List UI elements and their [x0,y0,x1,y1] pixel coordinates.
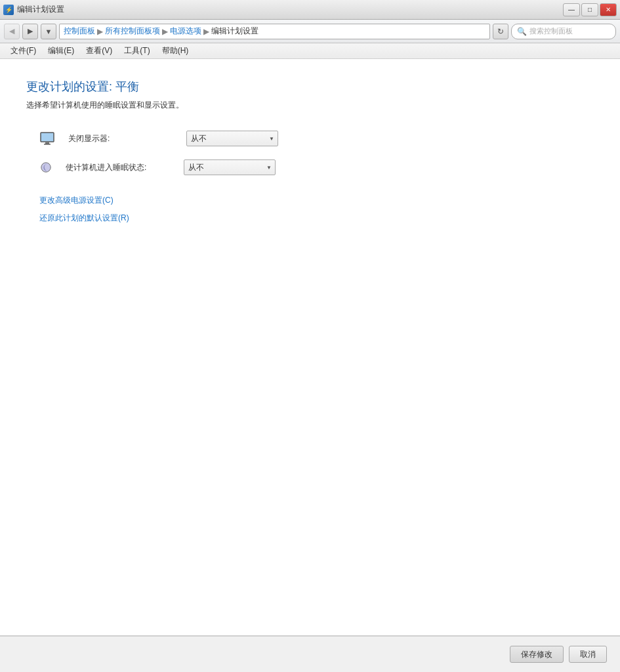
dropdown-button[interactable]: ▼ [41,24,56,39]
content-area: 更改计划的设置: 平衡 选择希望计算机使用的睡眠设置和显示设置。 关闭显示器: … [0,59,620,635]
search-icon: 🔍 [517,27,527,36]
page-subtitle: 选择希望计算机使用的睡眠设置和显示设置。 [26,100,594,111]
close-button[interactable]: ✕ [600,3,617,16]
minimize-button[interactable]: — [563,3,580,16]
page-title: 更改计划的设置: 平衡 [26,79,594,94]
breadcrumb-bar: 控制面板 ▶ 所有控制面板项 ▶ 电源选项 ▶ 编辑计划设置 [59,24,490,39]
breadcrumb-all-items[interactable]: 所有控制面板项 [105,26,160,37]
breadcrumb-home[interactable]: 控制面板 [64,26,95,37]
breadcrumb-sep-1: ▶ [97,27,103,36]
app-icon: ⚡ [3,5,14,15]
cancel-button[interactable]: 取消 [569,646,607,663]
svg-rect-2 [44,144,51,145]
display-off-row: 关闭显示器: 1 分钟 2 分钟 5 分钟 10 分钟 15 分钟 20 分钟 … [39,131,594,146]
bottom-bar: 保存修改 取消 [0,636,620,672]
sleep-row: 使计算机进入睡眠状态: 1 分钟 2 分钟 5 分钟 10 分钟 15 分钟 2… [39,159,594,175]
display-off-select-wrapper: 1 分钟 2 分钟 5 分钟 10 分钟 15 分钟 20 分钟 25 分钟 3… [186,131,278,146]
links-area: 更改高级电源设置(C) 还原此计划的默认设置(R) [39,195,594,224]
display-off-select[interactable]: 1 分钟 2 分钟 5 分钟 10 分钟 15 分钟 20 分钟 25 分钟 3… [186,131,278,146]
title-bar-controls: — □ ✕ [563,3,617,16]
address-bar: ◀ ▶ ▼ 控制面板 ▶ 所有控制面板项 ▶ 电源选项 ▶ 编辑计划设置 ↻ 🔍… [0,20,620,43]
save-button[interactable]: 保存修改 [510,646,564,663]
menu-help[interactable]: 帮助(H) [157,44,194,58]
menu-bar: 文件(F) 编辑(E) 查看(V) 工具(T) 帮助(H) [0,43,620,59]
title-text: 编辑计划设置 [17,4,64,15]
title-bar-left: ⚡ 编辑计划设置 [3,4,64,15]
sleep-select[interactable]: 1 分钟 2 分钟 5 分钟 10 分钟 15 分钟 20 分钟 25 分钟 3… [184,159,276,175]
search-bar[interactable]: 🔍 搜索控制面板 [511,24,616,39]
title-bar: ⚡ 编辑计划设置 — □ ✕ [0,0,620,20]
breadcrumb-sep-3: ▶ [203,27,209,36]
breadcrumb-sep-2: ▶ [162,27,168,36]
menu-edit[interactable]: 编辑(E) [43,44,79,58]
sleep-select-wrapper: 1 分钟 2 分钟 5 分钟 10 分钟 15 分钟 20 分钟 25 分钟 3… [184,159,276,175]
menu-tools[interactable]: 工具(T) [119,44,155,58]
main-content: 更改计划的设置: 平衡 选择希望计算机使用的睡眠设置和显示设置。 关闭显示器: … [0,59,620,672]
display-off-label: 关闭显示器: [68,133,173,144]
back-button[interactable]: ◀ [4,24,20,39]
restore-defaults-link[interactable]: 还原此计划的默认设置(R) [39,213,594,224]
menu-view[interactable]: 查看(V) [81,44,117,58]
forward-button[interactable]: ▶ [22,24,38,39]
breadcrumb-power[interactable]: 电源选项 [170,26,201,37]
search-placeholder: 搜索控制面板 [529,26,573,36]
settings-grid: 关闭显示器: 1 分钟 2 分钟 5 分钟 10 分钟 15 分钟 20 分钟 … [39,131,594,175]
refresh-button[interactable]: ↻ [493,24,508,39]
svg-rect-1 [45,142,49,144]
svg-rect-0 [41,133,54,142]
maximize-button[interactable]: □ [581,3,598,16]
sleep-label: 使计算机进入睡眠状态: [66,162,171,173]
sleep-icon [39,161,52,174]
breadcrumb-current: 编辑计划设置 [211,26,258,37]
monitor-icon [39,131,55,146]
advanced-settings-link[interactable]: 更改高级电源设置(C) [39,195,594,206]
menu-file[interactable]: 文件(F) [5,44,41,58]
